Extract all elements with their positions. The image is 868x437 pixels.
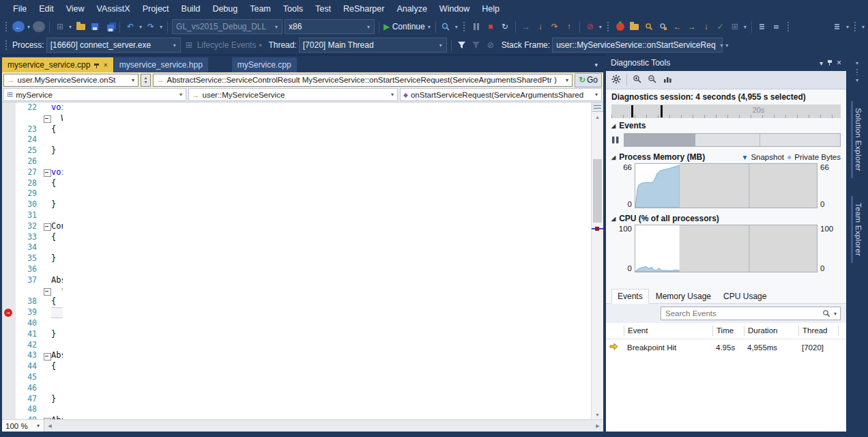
diag-tab-events[interactable]: Events <box>611 289 649 304</box>
diag-tab-cpu-usage[interactable]: CPU Usage <box>718 290 772 303</box>
menu-item-file[interactable]: File <box>7 1 33 16</box>
breakpoint-margin[interactable] <box>2 340 16 351</box>
pause-events-icon[interactable] <box>611 136 620 144</box>
timeline-ruler[interactable]: 20s <box>611 104 841 118</box>
fold-margin[interactable] <box>42 221 51 232</box>
strip-overflow-icon[interactable]: ▾ <box>855 77 859 83</box>
navigate-forward-button[interactable]: → <box>33 21 45 32</box>
menu-item-help[interactable]: Help <box>476 1 506 16</box>
menu-item-vassistx[interactable]: VAssistX <box>91 1 136 16</box>
toolbar-grip[interactable] <box>5 21 8 32</box>
new-item-caret-icon[interactable]: ▾ <box>68 24 72 30</box>
show-next-statement-button[interactable]: → <box>520 20 532 33</box>
breakpoint-margin[interactable] <box>2 135 16 145</box>
save-all-button[interactable] <box>103 20 115 33</box>
editor-horizontal-scrollbar[interactable]: 100 %▾ ◀ ▶ <box>2 419 603 432</box>
breakpoint-margin[interactable] <box>2 124 16 135</box>
window-menu-icon[interactable]: ▾ <box>820 59 823 67</box>
format-document-button[interactable] <box>756 20 768 33</box>
fold-margin[interactable] <box>42 145 51 156</box>
va-nav-forward-button[interactable]: → <box>686 20 698 33</box>
fold-margin[interactable] <box>42 232 51 243</box>
code-editor[interactable]: 22void MyServiceService::initialize(Inte… <box>2 102 603 419</box>
diag-tab-memory-usage[interactable]: Memory Usage <box>650 290 717 303</box>
breakpoint-margin[interactable] <box>2 188 16 199</box>
breakpoint-margin[interactable]: → <box>2 307 16 318</box>
tab-list-caret-icon[interactable]: ▾ <box>594 61 598 68</box>
va-context-combo[interactable]: →user.MyServiceService.onSt ▾ <box>3 74 139 87</box>
breakpoint-margin[interactable] <box>2 232 16 243</box>
toolbar-grip[interactable] <box>5 40 8 51</box>
fold-margin[interactable] <box>42 361 51 372</box>
fold-margin[interactable] <box>42 318 51 329</box>
breakpoint-margin[interactable] <box>2 199 16 210</box>
breakpoint-margin[interactable] <box>2 383 16 394</box>
step-over-button[interactable]: ↷ <box>549 20 561 33</box>
undo-button[interactable]: ↶ <box>124 20 136 33</box>
fold-margin[interactable] <box>42 404 51 415</box>
scroll-thumb[interactable] <box>593 159 602 223</box>
editor-zoom-combo[interactable]: 100 %▾ <box>2 420 44 432</box>
va-go-button[interactable]: ↻Go <box>575 73 602 87</box>
reset-view-button[interactable] <box>663 74 672 85</box>
breakpoint-margin[interactable] <box>2 361 16 372</box>
collapse-triangle-icon[interactable]: ◢ <box>611 123 616 129</box>
menu-item-debug[interactable]: Debug <box>206 1 244 16</box>
breakpoint-margin[interactable] <box>2 296 16 307</box>
breakpoint-margin[interactable] <box>2 415 16 419</box>
column-header-event[interactable]: Event <box>624 326 712 336</box>
breakpoint-margin[interactable] <box>2 113 16 124</box>
spell-check-button[interactable]: ✓ <box>714 20 727 33</box>
find-symbol-button[interactable] <box>657 20 669 33</box>
fold-margin[interactable] <box>42 135 51 145</box>
table-row[interactable]: Breakpoint Hit4.95s4,955ms[7020] <box>606 339 846 355</box>
format-selection-button[interactable] <box>770 20 783 33</box>
close-icon[interactable]: × <box>837 58 841 68</box>
va-nav-back-button[interactable]: ← <box>671 20 684 33</box>
process-combo[interactable]: [16660] connect_server.exe▾ <box>46 38 181 53</box>
breakpoint-margin[interactable] <box>2 210 16 221</box>
collapse-icon[interactable] <box>44 418 51 419</box>
breakpoint-margin[interactable] <box>2 102 16 113</box>
menu-item-team[interactable]: Team <box>244 1 277 16</box>
menu-item-window[interactable]: Window <box>433 1 476 16</box>
navigate-back-button[interactable]: ← <box>12 21 25 32</box>
strip-overflow-icon[interactable]: ▾ <box>855 60 859 66</box>
collapse-triangle-icon[interactable]: ◢ <box>611 216 616 222</box>
lifecycle-caret-icon[interactable]: ▾ <box>258 42 262 48</box>
breakpoint-margin[interactable] <box>2 242 16 253</box>
menu-item-resharper[interactable]: ReSharper <box>337 1 390 16</box>
spinner-down-icon[interactable]: ▾ <box>145 80 147 84</box>
toolbar-grip[interactable] <box>463 21 466 32</box>
close-icon[interactable]: × <box>103 61 107 69</box>
step-out-button[interactable]: ↑ <box>563 20 575 33</box>
fold-margin[interactable] <box>42 372 51 383</box>
fold-margin[interactable] <box>42 124 51 135</box>
vassistx-button[interactable] <box>614 20 626 33</box>
fold-margin[interactable] <box>42 210 51 221</box>
document-tab[interactable]: myservice_service.cpp× <box>2 57 113 72</box>
breakpoint-margin[interactable] <box>2 145 16 156</box>
collapse-icon[interactable] <box>44 115 51 123</box>
fold-margin[interactable] <box>42 242 51 253</box>
menu-item-tools[interactable]: Tools <box>277 1 309 16</box>
code-lines[interactable]: 22void MyServiceService::initialize(Inte… <box>2 102 592 419</box>
breakpoint-margin[interactable] <box>2 286 16 297</box>
collapse-icon[interactable] <box>44 353 51 361</box>
redo-button[interactable]: ↷ <box>145 20 157 33</box>
va-caret-icon[interactable]: ▾ <box>743 24 747 30</box>
cpu-chart[interactable] <box>635 225 818 272</box>
open-corresponding-file-button[interactable] <box>628 20 641 33</box>
pin-icon[interactable] <box>827 59 833 66</box>
scroll-down-icon[interactable]: ▼ <box>595 410 600 419</box>
breakpoint-margin[interactable] <box>2 275 16 286</box>
fold-margin[interactable] <box>42 199 51 210</box>
find-references-button[interactable] <box>643 20 655 33</box>
toolbar-grip[interactable] <box>787 21 790 32</box>
thread-combo[interactable]: [7020] Main Thread▾ <box>299 38 447 53</box>
stop-debugging-button[interactable]: ■ <box>484 20 497 33</box>
restart-button[interactable]: ↻ <box>499 20 511 33</box>
document-tab[interactable]: myservice_service.hpp <box>114 57 208 72</box>
fold-margin[interactable] <box>42 156 51 167</box>
fold-margin[interactable] <box>42 178 51 189</box>
